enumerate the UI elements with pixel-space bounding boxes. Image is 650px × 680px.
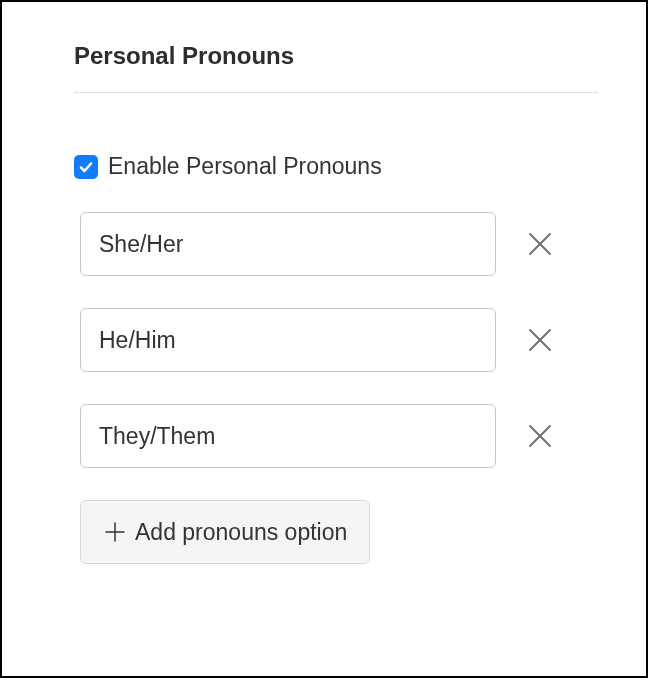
check-icon xyxy=(78,159,94,175)
pronoun-input[interactable] xyxy=(80,404,496,468)
enable-row: Enable Personal Pronouns xyxy=(74,153,598,180)
remove-pronoun-button[interactable] xyxy=(524,420,556,452)
enable-label: Enable Personal Pronouns xyxy=(108,153,382,180)
personal-pronouns-panel: Personal Pronouns Enable Personal Pronou… xyxy=(0,0,648,678)
enable-checkbox[interactable] xyxy=(74,155,98,179)
plus-icon xyxy=(103,520,127,544)
close-icon xyxy=(525,421,555,451)
pronoun-row xyxy=(74,404,598,468)
add-pronouns-button[interactable]: Add pronouns option xyxy=(80,500,370,564)
pronoun-input[interactable] xyxy=(80,308,496,372)
add-pronouns-label: Add pronouns option xyxy=(135,519,347,546)
remove-pronoun-button[interactable] xyxy=(524,324,556,356)
section-title: Personal Pronouns xyxy=(74,42,598,92)
remove-pronoun-button[interactable] xyxy=(524,228,556,260)
pronoun-input[interactable] xyxy=(80,212,496,276)
pronoun-row xyxy=(74,308,598,372)
close-icon xyxy=(525,229,555,259)
pronoun-row xyxy=(74,212,598,276)
close-icon xyxy=(525,325,555,355)
divider xyxy=(74,92,598,93)
